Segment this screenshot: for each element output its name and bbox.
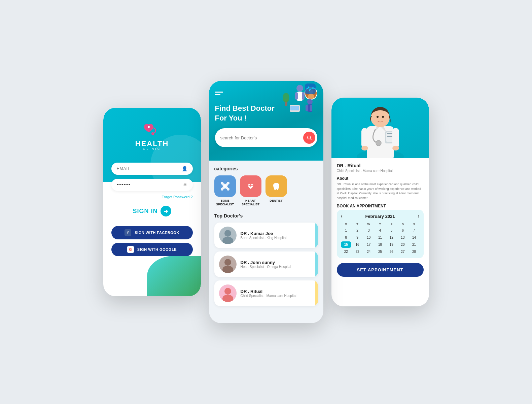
category-bone[interactable]: BONESPECIALIST <box>214 175 236 206</box>
svg-rect-43 <box>387 133 393 134</box>
svg-rect-18 <box>290 106 299 110</box>
svg-rect-15 <box>306 105 308 111</box>
category-heart[interactable]: HEARTSPECIALIST <box>240 175 261 206</box>
doctor-card-kumar[interactable]: DR . Kumar Joe Bone Specialist - King Ho… <box>214 223 318 248</box>
calendar-next-button[interactable]: › <box>418 213 419 219</box>
cal-day-5[interactable]: 5 <box>386 227 397 234</box>
doctor-card-ritual[interactable]: DR . Ritual Child Specialist - Mama care… <box>214 280 318 306</box>
svg-rect-46 <box>361 128 368 148</box>
cal-day-20[interactable]: 20 <box>397 241 408 248</box>
cal-header-W: W <box>363 222 374 227</box>
cal-header-F: F <box>386 222 397 227</box>
cal-day-27[interactable]: 27 <box>397 248 408 255</box>
hamburger-line-1 <box>215 92 223 93</box>
svg-rect-8 <box>295 92 298 100</box>
svg-point-40 <box>382 116 384 118</box>
cal-day-26[interactable]: 26 <box>386 248 397 255</box>
google-signin-button[interactable]: G SIGN WITH GOOGLE <box>111 243 193 256</box>
doctor-photo <box>350 99 411 158</box>
password-row: 👁 <box>111 179 193 191</box>
bone-label: BONESPECIALIST <box>216 199 234 206</box>
cal-day-2[interactable]: 2 <box>352 227 363 234</box>
svg-point-6 <box>296 85 303 92</box>
signin-arrow-icon: ➜ <box>161 206 171 216</box>
cal-day-1[interactable]: 1 <box>341 227 352 234</box>
cal-day-9[interactable]: 9 <box>352 234 363 241</box>
cal-day-15[interactable]: 15 <box>341 241 352 248</box>
doctor-spec-kumar: Bone Specialist - King Hospital <box>241 236 287 240</box>
doctor-avatar-kumar <box>219 227 237 244</box>
forgot-password-link[interactable]: Forget Password ? <box>111 195 193 199</box>
svg-rect-9 <box>302 92 305 100</box>
cal-day-16[interactable]: 16 <box>352 241 363 248</box>
hamburger-line-2 <box>215 94 220 95</box>
home-body: categories BONESPECIALIST <box>209 161 323 323</box>
set-appointment-button[interactable]: SET APPOINTMENT <box>337 263 424 277</box>
search-input[interactable] <box>220 135 303 140</box>
cal-day-10[interactable]: 10 <box>363 234 374 241</box>
facebook-signin-button[interactable]: f SIGN WITH FACEBOOK <box>111 226 193 239</box>
eye-icon[interactable]: 👁 <box>183 182 187 188</box>
categories-row: BONESPECIALIST HEARTSPECIALIST <box>214 175 318 206</box>
email-input[interactable] <box>117 166 182 171</box>
cal-day-14[interactable]: 14 <box>409 234 420 241</box>
cal-day-17[interactable]: 17 <box>363 241 374 248</box>
cal-day-28[interactable]: 28 <box>409 248 420 255</box>
heart-label: HEARTSPECIALIST <box>242 199 259 206</box>
svg-point-2 <box>152 133 153 134</box>
doctor-info-ritual: DR . Ritual Child Specialist - Mama care… <box>241 289 296 298</box>
login-form: 👤 👁 Forget Password ? SIGN IN ➜ f SIGN W… <box>111 163 193 260</box>
password-input[interactable] <box>117 182 183 187</box>
signin-label: SIGN IN <box>133 208 157 215</box>
cal-day-21[interactable]: 21 <box>409 241 420 248</box>
doctor-card-john[interactable]: DR . John sunny Heart Specialist - Omega… <box>214 251 318 277</box>
cal-day-8[interactable]: 8 <box>341 234 352 241</box>
calendar-header: ‹ February 2021 › <box>341 213 420 219</box>
cal-day-13[interactable]: 13 <box>397 234 408 241</box>
cal-header-T1: T <box>352 222 363 227</box>
bone-icon <box>214 175 236 197</box>
logo-clinic-text: CLINIC <box>143 147 161 150</box>
svg-point-37 <box>376 140 381 146</box>
cal-day-25[interactable]: 25 <box>375 248 386 255</box>
svg-point-13 <box>307 99 313 104</box>
email-row: 👤 <box>111 163 193 175</box>
cal-day-4[interactable]: 4 <box>375 227 386 234</box>
signin-button[interactable]: SIGN IN ➜ <box>111 206 193 216</box>
svg-point-0 <box>148 126 150 128</box>
search-button[interactable] <box>303 132 315 144</box>
hamburger-menu[interactable] <box>215 92 223 95</box>
about-title: About <box>337 176 424 181</box>
svg-point-39 <box>377 116 379 118</box>
doctor-name-kumar: DR . Kumar Joe <box>241 231 287 236</box>
cal-day-11[interactable]: 11 <box>375 234 386 241</box>
category-tooth[interactable]: DENTIST <box>265 175 287 206</box>
calendar-grid: M T W T F S S 1 2 3 4 5 6 7 8 <box>341 222 420 255</box>
doctor-spec-ritual: Child Specialist - Mama care Hospital <box>241 294 296 298</box>
top-doctors-title: Top Doctor's <box>214 213 318 218</box>
cal-day-24[interactable]: 24 <box>363 248 374 255</box>
svg-point-48 <box>361 146 368 150</box>
cal-day-3[interactable]: 3 <box>363 227 374 234</box>
svg-point-12 <box>283 93 289 102</box>
cal-day-19[interactable]: 19 <box>386 241 397 248</box>
user-icon: 👤 <box>182 166 187 171</box>
cal-day-23[interactable]: 23 <box>352 248 363 255</box>
appointment-header <box>331 98 429 158</box>
cal-header-T2: T <box>375 222 386 227</box>
calendar-prev-button[interactable]: ‹ <box>341 213 343 219</box>
cal-header-S2: S <box>409 222 420 227</box>
heart-icon <box>240 175 261 197</box>
google-label: SIGN WITH GOOGLE <box>137 247 177 251</box>
cal-day-6[interactable]: 6 <box>397 227 408 234</box>
cal-day-18[interactable]: 18 <box>375 241 386 248</box>
cal-day-12[interactable]: 12 <box>386 234 397 241</box>
cal-header-S1: S <box>397 222 408 227</box>
doctor-name-ritual: DR . Ritual <box>241 289 296 294</box>
cal-header-M: M <box>341 222 352 227</box>
svg-point-49 <box>392 146 399 150</box>
svg-rect-45 <box>387 136 392 137</box>
cal-day-22[interactable]: 22 <box>341 248 352 255</box>
appointment-screen: DR . Ritual Child Specialist - Mama care… <box>331 98 429 306</box>
cal-day-7[interactable]: 7 <box>409 227 420 234</box>
